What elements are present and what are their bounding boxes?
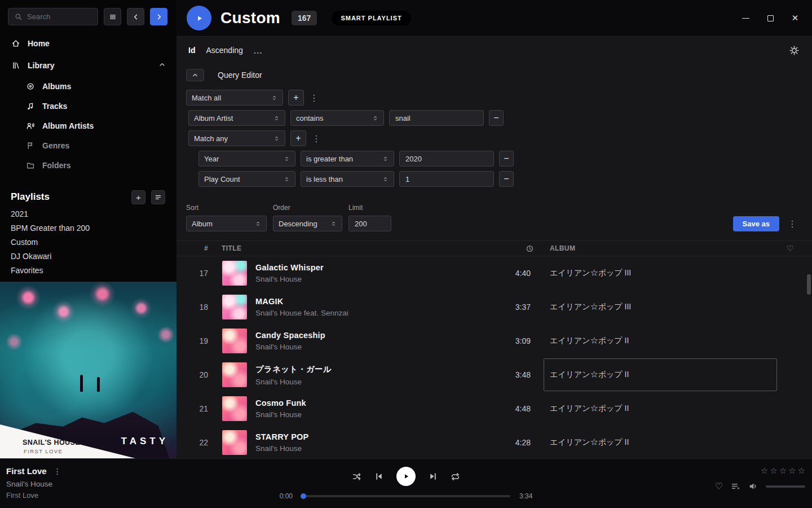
sidebar-item-genres[interactable]: Genres <box>0 135 176 155</box>
sort-direction-button[interactable]: Ascending <box>206 46 242 55</box>
track-title[interactable]: Galactic Whisper <box>255 263 499 272</box>
track-album[interactable]: エイリアン☆ポップ III <box>544 291 777 323</box>
sidebar-item-album-artists[interactable]: Album Artists <box>0 116 176 135</box>
track-artist[interactable]: Snail's House <box>255 444 499 453</box>
track-title[interactable]: Candy Spaceship <box>255 331 499 340</box>
forward-button[interactable] <box>150 8 167 25</box>
add-rule-button[interactable]: + <box>290 130 306 146</box>
rule-field-select[interactable]: Year <box>198 151 295 167</box>
group-options-button[interactable]: ⋮ <box>309 93 319 103</box>
track-artist[interactable]: Snail's House <box>255 410 499 419</box>
track-album[interactable]: エイリアン☆ポップ II <box>544 325 777 357</box>
track-artist[interactable]: Snail's House feat. Sennzai <box>255 309 499 317</box>
seek-bar[interactable] <box>302 495 510 497</box>
match-mode-select[interactable]: Match all <box>186 90 283 106</box>
add-rule-button[interactable]: + <box>288 90 304 106</box>
star-icon[interactable]: ☆ <box>779 466 787 476</box>
column-number[interactable]: # <box>176 244 210 252</box>
maximize-button[interactable] <box>758 6 783 30</box>
query-sort-select[interactable]: Album <box>186 216 267 231</box>
remove-rule-button[interactable]: − <box>499 151 514 167</box>
rule-value-input[interactable] <box>399 151 494 167</box>
sidebar-item-home[interactable]: Home <box>0 32 176 54</box>
track-title[interactable]: プラネット・ガール <box>255 364 499 375</box>
match-mode-select[interactable]: Match any <box>188 130 285 146</box>
track-album[interactable]: エイリアン☆ポップ II <box>544 392 777 425</box>
playlist-item[interactable]: Custom <box>0 235 176 249</box>
rule-value-input[interactable] <box>389 110 484 126</box>
sidebar-item-albums[interactable]: Albums <box>0 76 176 96</box>
seek-handle[interactable] <box>301 493 306 499</box>
close-button[interactable]: ✕ <box>783 6 807 30</box>
volume-slider[interactable] <box>766 485 805 488</box>
table-row[interactable]: 21 Cosmo Funk Snail's House 4:48 エイリアン☆ポ… <box>176 392 812 426</box>
rule-operator-select[interactable]: is less than <box>301 171 394 187</box>
manage-playlists-button[interactable] <box>151 190 165 204</box>
now-playing-album[interactable]: First Love <box>6 491 180 500</box>
minimize-button[interactable] <box>733 6 758 30</box>
favorite-heart-button[interactable]: ♡ <box>715 481 723 492</box>
now-playing-options-button[interactable]: ⋮ <box>54 467 61 476</box>
now-playing-album-art[interactable]: SNAIL'S HOUSE FIRST LOVE TASTY <box>0 282 176 458</box>
rule-operator-select[interactable]: contains <box>290 110 384 126</box>
star-icon[interactable]: ☆ <box>770 466 777 476</box>
track-title[interactable]: MAGIK <box>255 297 499 306</box>
play-pause-button[interactable] <box>396 467 416 486</box>
track-artist[interactable]: Snail's House <box>255 378 499 386</box>
table-row[interactable]: 22 STARRY POP Snail's House 4:28 エイリアン☆ポ… <box>176 426 812 458</box>
track-album[interactable]: エイリアン☆ポップ II <box>544 358 777 391</box>
sidebar-item-folders[interactable]: Folders <box>0 155 176 175</box>
playlist-item[interactable]: 2021 <box>0 207 176 221</box>
scrollbar-thumb[interactable] <box>807 274 811 295</box>
more-options-button[interactable]: ... <box>254 46 263 55</box>
chevron-up-icon[interactable] <box>158 61 166 70</box>
sidebar-item-tracks[interactable]: Tracks <box>0 96 176 116</box>
add-playlist-button[interactable]: + <box>131 190 145 204</box>
volume-icon[interactable] <box>748 481 758 491</box>
column-album[interactable]: ALBUM <box>550 244 812 252</box>
table-row[interactable]: 18 MAGIK Snail's House feat. Sennzai 3:3… <box>176 290 812 324</box>
menu-button[interactable] <box>104 8 121 25</box>
rule-field-select[interactable]: Play Count <box>198 171 295 187</box>
search-input[interactable] <box>27 12 92 21</box>
table-row[interactable]: 19 Candy Spaceship Snail's House 3:09 エイ… <box>176 324 812 358</box>
back-button[interactable] <box>127 8 144 25</box>
repeat-button[interactable] <box>451 472 460 481</box>
rule-operator-select[interactable]: is greater than <box>301 151 394 167</box>
now-playing-artist[interactable]: Snail's House <box>6 480 180 488</box>
track-title[interactable]: STARRY POP <box>255 432 499 441</box>
track-artist[interactable]: Snail's House <box>255 275 499 283</box>
settings-gear-icon[interactable] <box>789 45 800 56</box>
play-playlist-button[interactable] <box>187 6 211 30</box>
table-row[interactable]: 20 プラネット・ガール Snail's House 3:48 エイリアン☆ポッ… <box>176 358 812 392</box>
save-options-button[interactable]: ⋮ <box>787 218 797 229</box>
duration-column-clock-icon[interactable] <box>499 244 550 253</box>
collapse-query-editor-button[interactable] <box>186 69 204 81</box>
column-title[interactable]: TITLE <box>210 244 499 252</box>
track-album[interactable]: エイリアン☆ポップ III <box>544 257 777 290</box>
rule-value-input[interactable] <box>399 171 494 187</box>
query-order-select[interactable]: Descending <box>273 216 342 231</box>
playlist-item[interactable]: DJ Okawari <box>0 249 176 263</box>
limit-input[interactable] <box>348 216 391 231</box>
star-icon[interactable]: ☆ <box>798 466 805 476</box>
queue-button[interactable] <box>731 481 740 491</box>
table-row[interactable]: 17 Galactic Whisper Snail's House 4:40 エ… <box>176 256 812 290</box>
rating-stars[interactable]: ☆ ☆ ☆ ☆ ☆ <box>761 466 805 476</box>
remove-rule-button[interactable]: − <box>489 110 504 126</box>
favorite-column-heart-icon[interactable]: ♡ <box>787 244 794 253</box>
track-title[interactable]: Cosmo Funk <box>255 398 499 408</box>
group-options-button[interactable]: ⋮ <box>311 133 321 144</box>
playlist-item[interactable]: BPM Greater than 200 <box>0 221 176 235</box>
search-box[interactable] <box>8 8 98 25</box>
playlist-item[interactable]: Favorites <box>0 263 176 277</box>
save-as-button[interactable]: Save as <box>733 216 779 231</box>
remove-rule-button[interactable]: − <box>499 171 514 187</box>
star-icon[interactable]: ☆ <box>788 466 796 476</box>
shuffle-button[interactable] <box>352 472 361 481</box>
track-album[interactable]: エイリアン☆ポップ II <box>544 426 777 458</box>
sidebar-section-library[interactable]: Library <box>0 54 176 76</box>
star-icon[interactable]: ☆ <box>761 466 768 476</box>
next-track-button[interactable] <box>428 471 438 481</box>
sort-field-button[interactable]: Id <box>188 46 195 55</box>
